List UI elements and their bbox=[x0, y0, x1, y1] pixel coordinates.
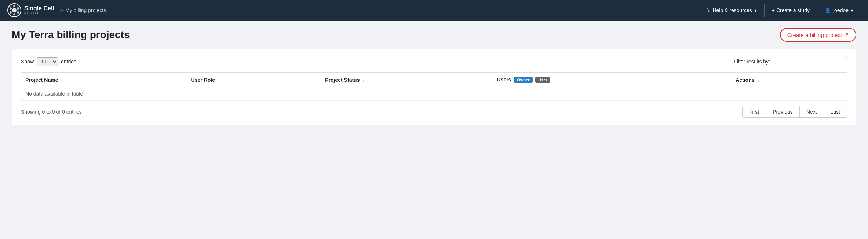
sort-users-icon: ↕ bbox=[553, 78, 555, 82]
external-link-icon: ↗ bbox=[844, 32, 849, 38]
breadcrumb-chevron: > bbox=[60, 7, 63, 13]
svg-point-7 bbox=[10, 7, 12, 10]
col-project-name[interactable]: Project Name ↕ bbox=[21, 73, 187, 87]
create-billing-project-button[interactable]: Create a billing project ↗ bbox=[780, 28, 856, 42]
last-page-button[interactable]: Last bbox=[824, 106, 847, 118]
entries-per-page-select[interactable]: 10 25 50 100 bbox=[37, 57, 58, 66]
next-page-button[interactable]: Next bbox=[799, 106, 824, 118]
col-project-status[interactable]: Project Status ↕ bbox=[321, 73, 492, 87]
owner-badge: Owner bbox=[514, 77, 532, 83]
svg-point-6 bbox=[10, 11, 12, 14]
create-billing-label: Create a billing project bbox=[787, 32, 842, 38]
create-study-button[interactable]: + Create a study bbox=[765, 0, 817, 21]
page-header: My Terra billing projects Create a billi… bbox=[12, 28, 856, 42]
svg-point-2 bbox=[13, 5, 15, 7]
table-controls: Show 10 25 50 100 entries Filter results… bbox=[21, 57, 847, 66]
sort-actions-icon: ↕ bbox=[757, 78, 759, 82]
show-label: Show bbox=[21, 59, 34, 65]
col-users[interactable]: Users Owner User ↕ bbox=[492, 73, 731, 87]
help-chevron-icon: ▾ bbox=[754, 7, 757, 13]
user-chevron-icon: ▾ bbox=[851, 7, 853, 13]
svg-point-5 bbox=[13, 13, 15, 15]
help-label: Help & resources bbox=[712, 7, 752, 13]
svg-point-1 bbox=[12, 8, 17, 12]
help-resources-button[interactable]: ? Help & resources ▾ bbox=[700, 0, 764, 21]
table-body: No data available in table bbox=[21, 87, 847, 101]
create-study-label: + Create a study bbox=[772, 7, 810, 13]
nav-right: ? Help & resources ▾ + Create a study 👤 … bbox=[700, 0, 861, 21]
table-footer: Showing 0 to 0 of 0 entries First Previo… bbox=[21, 106, 847, 118]
sort-user-role-icon: ↕ bbox=[218, 78, 220, 82]
filter-results-control: Filter results by: bbox=[734, 57, 847, 66]
breadcrumb-label: My billing projects bbox=[65, 7, 106, 13]
show-entries-control: Show 10 25 50 100 entries bbox=[21, 57, 76, 66]
entries-label: entries bbox=[61, 59, 76, 65]
col-actions[interactable]: Actions ↕ bbox=[731, 73, 847, 87]
page-title: My Terra billing projects bbox=[12, 29, 130, 41]
pagination-controls: First Previous Next Last bbox=[743, 106, 847, 118]
brand-name: Single Cell bbox=[24, 5, 54, 12]
sort-project-status-icon: ↕ bbox=[362, 78, 365, 82]
filter-label: Filter results by: bbox=[734, 59, 770, 65]
no-data-cell: No data available in table bbox=[21, 87, 847, 101]
table-card: Show 10 25 50 100 entries Filter results… bbox=[12, 49, 856, 125]
logo-icon bbox=[7, 3, 21, 17]
user-menu-button[interactable]: 👤 joedoe ▾ bbox=[817, 0, 861, 21]
portal-label: PORTAL bbox=[24, 12, 54, 15]
help-icon: ? bbox=[707, 7, 711, 14]
user-icon: 👤 bbox=[825, 7, 831, 13]
breadcrumb: > My billing projects bbox=[60, 7, 106, 13]
filter-input[interactable] bbox=[774, 57, 847, 66]
showing-entries-label: Showing 0 to 0 of 0 entries bbox=[21, 109, 82, 115]
billing-projects-table: Project Name ↕ User Role ↕ Project Statu… bbox=[21, 72, 847, 101]
svg-point-3 bbox=[17, 7, 19, 10]
col-user-role[interactable]: User Role ↕ bbox=[187, 73, 321, 87]
previous-page-button[interactable]: Previous bbox=[766, 106, 799, 118]
table-header: Project Name ↕ User Role ↕ Project Statu… bbox=[21, 73, 847, 87]
nav-logo[interactable]: Single Cell PORTAL bbox=[7, 3, 54, 17]
first-page-button[interactable]: First bbox=[742, 106, 766, 118]
sort-project-name-icon: ↕ bbox=[61, 78, 63, 82]
svg-point-4 bbox=[17, 11, 19, 14]
main-content: My Terra billing projects Create a billi… bbox=[0, 21, 868, 133]
no-data-row: No data available in table bbox=[21, 87, 847, 101]
navbar: Single Cell PORTAL > My billing projects… bbox=[0, 0, 868, 21]
user-label: joedoe bbox=[833, 7, 849, 13]
user-badge: User bbox=[535, 77, 550, 83]
brand-text: Single Cell PORTAL bbox=[24, 5, 54, 15]
